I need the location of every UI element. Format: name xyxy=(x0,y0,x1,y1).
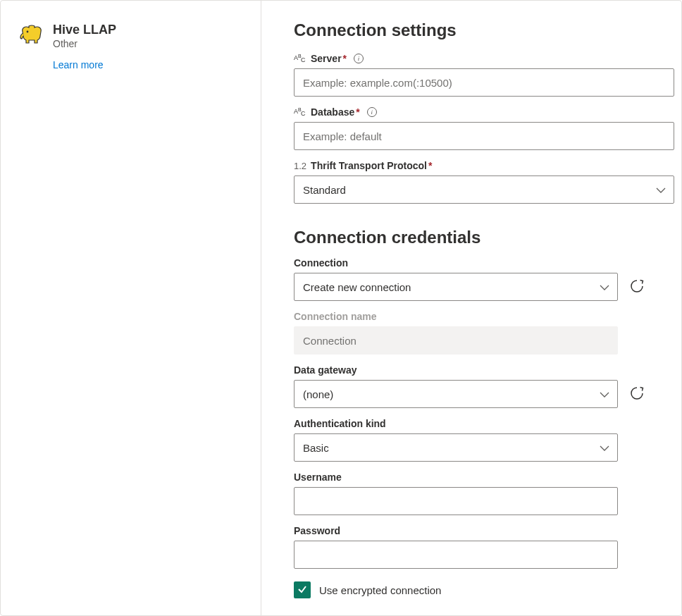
username-label: Username xyxy=(294,472,342,483)
data-gateway-select[interactable]: (none) xyxy=(294,380,618,408)
text-type-icon: ABC xyxy=(294,54,306,63)
svg-text:C: C xyxy=(301,110,306,117)
refresh-gateway-button[interactable] xyxy=(628,385,646,403)
learn-more-link[interactable]: Learn more xyxy=(53,59,116,70)
connector-info: Hive LLAP Other Learn more xyxy=(53,22,116,70)
server-input[interactable] xyxy=(294,68,674,97)
encrypted-label: Use encrypted connection xyxy=(319,584,441,596)
connection-settings-heading: Connection settings xyxy=(294,20,671,40)
password-label-row: Password xyxy=(294,525,671,536)
connection-label-row: Connection xyxy=(294,257,671,269)
auth-kind-select[interactable]: Basic xyxy=(294,433,618,462)
encrypted-row: Use encrypted connection xyxy=(294,581,671,598)
auth-kind-label: Authentication kind xyxy=(294,418,386,429)
svg-point-0 xyxy=(27,31,29,33)
connection-select[interactable]: Create new connection xyxy=(294,273,618,301)
dialog-container: Hive LLAP Other Learn more Connection se… xyxy=(0,0,682,616)
data-gateway-label-row: Data gateway xyxy=(294,364,671,376)
auth-kind-field: Authentication kind Basic xyxy=(294,418,671,462)
thrift-field: 1.2 Thrift Transport Protocol* Standard xyxy=(294,160,671,204)
number-type-icon: 1.2 xyxy=(294,161,306,171)
password-input[interactable] xyxy=(294,541,618,569)
username-field: Username xyxy=(294,472,671,515)
connection-row: Create new connection xyxy=(294,273,671,301)
data-gateway-row: (none) xyxy=(294,380,671,408)
auth-kind-label-row: Authentication kind xyxy=(294,418,671,429)
connection-label: Connection xyxy=(294,257,348,269)
username-input[interactable] xyxy=(294,487,618,515)
database-field: ABC Database* i xyxy=(294,106,671,150)
password-label: Password xyxy=(294,525,340,536)
connection-field: Connection Create new connection xyxy=(294,257,671,301)
server-label: Server* xyxy=(311,53,347,64)
database-input[interactable] xyxy=(294,122,674,150)
connection-name-label-row: Connection name xyxy=(294,311,671,322)
refresh-icon xyxy=(629,278,645,296)
connection-name-input xyxy=(294,326,618,355)
data-gateway-select-wrap: (none) xyxy=(294,380,618,408)
refresh-connection-button[interactable] xyxy=(628,278,646,296)
thrift-label-row: 1.2 Thrift Transport Protocol* xyxy=(294,160,671,171)
connection-select-wrap: Create new connection xyxy=(294,273,618,301)
svg-text:C: C xyxy=(301,56,306,63)
database-label-row: ABC Database* i xyxy=(294,106,671,118)
username-label-row: Username xyxy=(294,472,671,483)
connector-subtitle: Other xyxy=(53,38,116,49)
password-field: Password xyxy=(294,525,671,569)
refresh-icon xyxy=(629,386,645,403)
sidebar: Hive LLAP Other Learn more xyxy=(1,1,261,615)
auth-kind-select-wrap: Basic xyxy=(294,433,618,462)
encrypted-checkbox[interactable] xyxy=(294,581,311,598)
data-gateway-label: Data gateway xyxy=(294,364,356,376)
thrift-select-wrap: Standard xyxy=(294,175,674,204)
database-label: Database* xyxy=(311,106,360,118)
info-icon[interactable]: i xyxy=(367,107,377,117)
server-label-row: ABC Server* i xyxy=(294,53,671,64)
connection-credentials-heading: Connection credentials xyxy=(294,228,671,247)
connection-name-field: Connection name xyxy=(294,311,671,355)
server-field: ABC Server* i xyxy=(294,53,671,97)
text-type-icon: ABC xyxy=(294,107,306,117)
thrift-select[interactable]: Standard xyxy=(294,175,674,204)
checkmark-icon xyxy=(297,584,308,597)
connector-title: Hive LLAP xyxy=(53,22,116,38)
info-icon[interactable]: i xyxy=(354,54,364,63)
main-panel: Connection settings ABC Server* i ABC Da… xyxy=(261,1,681,615)
data-gateway-field: Data gateway (none) xyxy=(294,364,671,408)
hive-elephant-icon xyxy=(19,22,44,47)
connection-name-label: Connection name xyxy=(294,311,376,322)
connector-header: Hive LLAP Other Learn more xyxy=(19,22,242,70)
thrift-label: Thrift Transport Protocol* xyxy=(311,160,432,171)
